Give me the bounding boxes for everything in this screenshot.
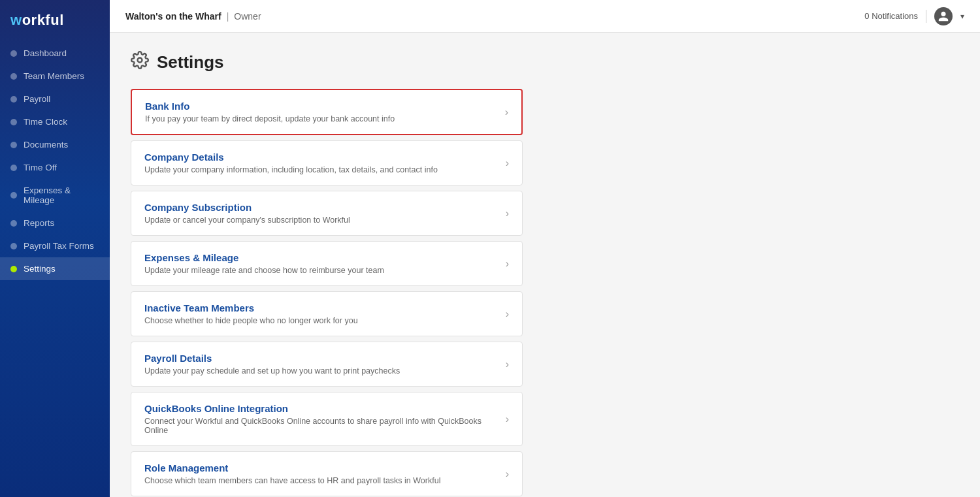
- settings-card-payroll-details[interactable]: Payroll DetailsUpdate your pay schedule …: [131, 342, 523, 387]
- sidebar-label-payroll-tax-forms: Payroll Tax Forms: [24, 241, 94, 251]
- sidebar-item-time-off[interactable]: Time Off: [0, 156, 110, 179]
- main-content: Settings Bank InfoIf you pay your team b…: [110, 33, 980, 497]
- chevron-right-icon-role-management: ›: [506, 468, 509, 480]
- settings-card-content-expenses-mileage: Expenses & MileageUpdate your mileage ra…: [144, 252, 498, 275]
- settings-card-bank-info[interactable]: Bank InfoIf you pay your team by direct …: [131, 89, 523, 135]
- nav-dot-expenses-mileage: [10, 192, 17, 199]
- sidebar-item-reports[interactable]: Reports: [0, 212, 110, 234]
- settings-card-content-role-management: Role ManagementChoose which team members…: [144, 462, 498, 485]
- settings-card-title-company-subscription: Company Subscription: [144, 202, 498, 213]
- nav-dot-reports: [10, 220, 17, 227]
- settings-card-desc-bank-info: If you pay your team by direct deposit, …: [145, 114, 497, 123]
- header-divider: [926, 10, 926, 23]
- page-title: Settings: [157, 52, 224, 72]
- nav-dot-team-members: [10, 73, 17, 80]
- top-header: Walton's on the Wharf | Owner 0 Notifica…: [110, 0, 980, 33]
- logo-text: workful: [10, 12, 64, 29]
- page-header: Settings: [131, 51, 959, 73]
- settings-card-inactive-team-members[interactable]: Inactive Team MembersChoose whether to h…: [131, 291, 523, 336]
- settings-card-role-management[interactable]: Role ManagementChoose which team members…: [131, 451, 523, 496]
- user-avatar[interactable]: [934, 7, 953, 25]
- settings-gear-icon: [131, 51, 149, 73]
- sidebar-item-time-clock[interactable]: Time Clock: [0, 110, 110, 133]
- nav-dot-settings: [10, 266, 17, 272]
- settings-card-desc-expenses-mileage: Update your mileage rate and choose how …: [144, 266, 498, 275]
- sidebar-item-payroll[interactable]: Payroll: [0, 88, 110, 110]
- settings-card-content-company-subscription: Company SubscriptionUpdate or cancel you…: [144, 202, 498, 225]
- settings-card-title-inactive-team-members: Inactive Team Members: [144, 302, 498, 313]
- settings-card-content-quickbooks-integration: QuickBooks Online IntegrationConnect you…: [144, 403, 498, 435]
- chevron-right-icon-bank-info: ›: [505, 106, 508, 118]
- settings-card-company-subscription[interactable]: Company SubscriptionUpdate or cancel you…: [131, 191, 523, 236]
- sidebar-label-team-members: Team Members: [24, 71, 84, 81]
- chevron-right-icon-quickbooks-integration: ›: [506, 413, 509, 425]
- sidebar: workful DashboardTeam MembersPayrollTime…: [0, 0, 110, 497]
- sidebar-item-documents[interactable]: Documents: [0, 133, 110, 156]
- settings-card-expenses-mileage[interactable]: Expenses & MileageUpdate your mileage ra…: [131, 241, 523, 286]
- settings-card-quickbooks-integration[interactable]: QuickBooks Online IntegrationConnect you…: [131, 392, 523, 446]
- logo: workful: [0, 0, 110, 42]
- sidebar-item-payroll-tax-forms[interactable]: Payroll Tax Forms: [0, 234, 110, 257]
- chevron-right-icon-expenses-mileage: ›: [506, 258, 509, 270]
- main-area: Walton's on the Wharf | Owner 0 Notifica…: [110, 0, 980, 497]
- settings-list: Bank InfoIf you pay your team by direct …: [131, 89, 523, 497]
- settings-card-desc-company-details: Update your company information, includi…: [144, 165, 498, 174]
- nav-dot-payroll: [10, 96, 17, 103]
- chevron-right-icon-inactive-team-members: ›: [506, 308, 509, 320]
- sidebar-label-expenses-mileage: Expenses & Mileage: [24, 185, 99, 205]
- sidebar-label-documents: Documents: [24, 140, 68, 150]
- sidebar-label-time-clock: Time Clock: [24, 117, 67, 127]
- sidebar-label-reports: Reports: [24, 218, 54, 228]
- nav-dot-dashboard: [10, 50, 17, 57]
- user-role: Owner: [234, 11, 261, 22]
- sidebar-item-team-members[interactable]: Team Members: [0, 65, 110, 88]
- header-left: Walton's on the Wharf | Owner: [125, 11, 261, 22]
- settings-card-desc-company-subscription: Update or cancel your company's subscrip…: [144, 216, 498, 225]
- sidebar-item-dashboard[interactable]: Dashboard: [0, 42, 110, 65]
- settings-card-company-details[interactable]: Company DetailsUpdate your company infor…: [131, 140, 523, 185]
- sidebar-nav: DashboardTeam MembersPayrollTime ClockDo…: [0, 42, 110, 497]
- sidebar-item-expenses-mileage[interactable]: Expenses & Mileage: [0, 179, 110, 212]
- svg-point-0: [138, 58, 142, 63]
- settings-card-title-role-management: Role Management: [144, 462, 498, 473]
- sidebar-label-settings: Settings: [24, 264, 56, 274]
- settings-card-title-bank-info: Bank Info: [145, 101, 497, 112]
- chevron-right-icon-company-details: ›: [506, 157, 509, 169]
- settings-card-content-payroll-details: Payroll DetailsUpdate your pay schedule …: [144, 353, 498, 376]
- nav-dot-payroll-tax-forms: [10, 243, 17, 249]
- chevron-right-icon-payroll-details: ›: [506, 359, 509, 370]
- sidebar-label-dashboard: Dashboard: [24, 48, 67, 58]
- nav-dot-documents: [10, 142, 17, 148]
- notifications-count[interactable]: 0 Notifications: [864, 11, 918, 21]
- sidebar-label-time-off: Time Off: [24, 163, 57, 172]
- settings-card-title-payroll-details: Payroll Details: [144, 353, 498, 364]
- sidebar-item-settings[interactable]: Settings: [0, 257, 110, 280]
- settings-card-content-bank-info: Bank InfoIf you pay your team by direct …: [145, 101, 497, 123]
- settings-card-desc-quickbooks-integration: Connect your Workful and QuickBooks Onli…: [144, 417, 498, 435]
- header-right: 0 Notifications ▾: [864, 7, 964, 25]
- nav-dot-time-off: [10, 165, 17, 171]
- chevron-right-icon-company-subscription: ›: [506, 208, 509, 219]
- settings-card-title-quickbooks-integration: QuickBooks Online Integration: [144, 403, 498, 414]
- settings-card-desc-payroll-details: Update your pay schedule and set up how …: [144, 366, 498, 376]
- settings-card-desc-role-management: Choose which team members can have acces…: [144, 476, 498, 485]
- nav-dot-time-clock: [10, 119, 17, 125]
- settings-card-content-company-details: Company DetailsUpdate your company infor…: [144, 152, 498, 174]
- settings-card-title-expenses-mileage: Expenses & Mileage: [144, 252, 498, 263]
- sidebar-label-payroll: Payroll: [24, 94, 50, 104]
- settings-card-content-inactive-team-members: Inactive Team MembersChoose whether to h…: [144, 302, 498, 325]
- company-name: Walton's on the Wharf: [125, 11, 221, 22]
- settings-card-desc-inactive-team-members: Choose whether to hide people who no lon…: [144, 316, 498, 325]
- account-chevron-icon[interactable]: ▾: [960, 12, 964, 21]
- settings-card-title-company-details: Company Details: [144, 152, 498, 163]
